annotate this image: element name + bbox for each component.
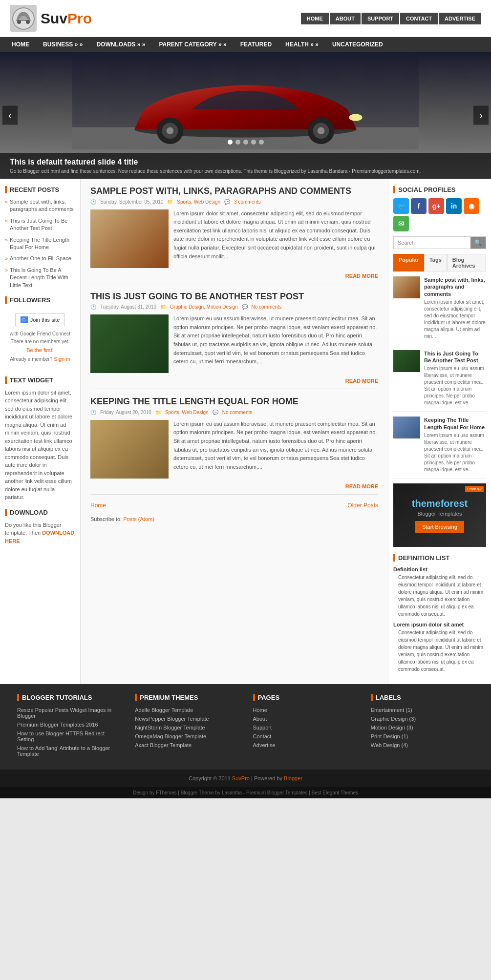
post-comments-link[interactable]: No comments (252, 304, 282, 310)
footer-link[interactable]: Axact Blogger Template (135, 742, 238, 748)
footer-widgets: BLOGGER TUTORIALSResize Popular Posts Wi… (0, 684, 491, 770)
footer-link[interactable]: Home (253, 707, 356, 713)
recent-post-link[interactable]: This is Just Going To Be Another Test Po… (10, 218, 67, 231)
ad-banner[interactable]: From $2 themeforest Blogger Templates St… (393, 483, 486, 547)
read-more-link[interactable]: READ MORE (90, 483, 378, 495)
post-date-icon: 🕐 (90, 199, 96, 205)
twitter-icon[interactable]: 🐦 (393, 198, 409, 214)
tab-tags[interactable]: Tags (424, 254, 447, 271)
sidebar-right: SOCIAL PROFILES 🐦 f g+ in ◉ ✉ 🔍 Popular … (388, 179, 491, 684)
slider-dot-1[interactable] (228, 140, 233, 145)
recent-post-link[interactable]: Keeping The Title Length Equal For Home (10, 237, 69, 250)
svg-point-11 (318, 127, 325, 135)
category-link[interactable]: Web Design (182, 410, 208, 415)
footer-link[interactable]: About (253, 716, 356, 722)
main-nav-item-health[interactable]: HEALTH » (278, 37, 325, 52)
top-nav-item-support[interactable]: SUPPORT (362, 13, 399, 24)
footer-design-credits: Design by FThemes | Blogger Theme by Las… (0, 787, 491, 798)
email-icon[interactable]: ✉ (393, 216, 409, 231)
search-button[interactable]: 🔍 (470, 237, 486, 249)
popular-post-item: Keeping The Title Length Equal For Home … (393, 417, 486, 479)
slider-dot-3[interactable] (243, 140, 248, 145)
post-post1: SAMPLE POST WITH, LINKS, PARAGRAPHS AND … (90, 186, 378, 284)
footer-link[interactable]: Resize Popular Posts Widget Images in Bl… (17, 707, 120, 719)
text-widget-title: TEXT WIDGET (5, 376, 75, 384)
home-link[interactable]: Home (90, 502, 106, 509)
footer-link[interactable]: Print Design (1) (371, 733, 474, 739)
slider-dot-2[interactable] (235, 140, 240, 145)
ad-start-browsing-button[interactable]: Start Browsing (415, 521, 464, 533)
be-first-link[interactable]: Be the first! (26, 347, 54, 353)
recent-post-link[interactable]: Another One to Fill Space (10, 255, 71, 261)
category-link[interactable]: Graphic Design (170, 304, 204, 310)
ad-banner-content: themeforest Blogger Templates Start Brow… (412, 498, 468, 533)
footer-link[interactable]: Entertainment (1) (371, 707, 474, 713)
footer-link[interactable]: NewsPepper Blogger Template (135, 716, 238, 722)
post-thumbnail (90, 420, 169, 479)
gfc-label: G (21, 316, 28, 323)
slider-prev-button[interactable]: ‹ (2, 106, 18, 125)
join-label: Join this site (30, 317, 60, 323)
sign-in-link[interactable]: Sign in (54, 356, 70, 362)
main-nav-item-home[interactable]: HOME (5, 37, 36, 52)
read-more-link[interactable]: READ MORE (90, 273, 378, 284)
post-comments-link[interactable]: No comments (222, 410, 253, 415)
logo-text: SuvPro (41, 10, 92, 27)
recent-post-item: This Is Going To Be A Decent Length Titl… (5, 267, 75, 289)
footer-link[interactable]: NightStorm Blogger Template (135, 725, 238, 730)
category-link[interactable]: Motion Design (207, 304, 238, 310)
recent-post-link[interactable]: Sample post with, links, paragraphs and … (10, 199, 74, 212)
popular-post-thumbnail (393, 350, 420, 372)
posts-atom-link[interactable]: Posts (Atom) (123, 516, 154, 522)
googleplus-icon[interactable]: g+ (428, 198, 444, 214)
slider-dot-4[interactable] (251, 140, 256, 145)
footer-link[interactable]: Support (253, 725, 356, 730)
main-nav-item-uncategorized[interactable]: UNCATEGORIZED (325, 37, 390, 52)
followers-widget: G Join this site with Google Friend Conn… (5, 309, 75, 369)
main-nav-item-featured[interactable]: FEATURED (234, 37, 278, 52)
tab-popular[interactable]: Popular (393, 254, 424, 271)
slider-dot-5[interactable] (259, 140, 264, 145)
footer-link[interactable]: Motion Design (3) (371, 725, 474, 730)
top-nav-item-about[interactable]: ABOUT (330, 13, 361, 24)
footer-link[interactable]: Adelle Blogger Template (135, 707, 238, 713)
slider-next-button[interactable]: › (473, 106, 489, 125)
search-input[interactable] (394, 237, 470, 249)
post-comment-icon: 💬 (213, 410, 218, 415)
top-navigation: HOMEABOUTSUPPORTCONTACTADVERTISE (301, 13, 481, 24)
footer-link[interactable]: Advertise (253, 742, 356, 748)
footer-link[interactable]: Graphic Design (3) (371, 716, 474, 722)
rss-icon[interactable]: ◉ (464, 198, 479, 214)
gfc-subtext: with Google Friend Connect (5, 331, 75, 336)
footer-link[interactable]: Web Design (4) (371, 742, 474, 748)
linkedin-icon[interactable]: in (446, 198, 462, 214)
blogger-link[interactable]: Blogger (284, 775, 302, 781)
main-nav-item-business[interactable]: BUSINESS » (36, 37, 89, 52)
popular-post-excerpt: Lorem ipsum eu usu assum liberavisse, ut… (424, 432, 486, 473)
site-name-link[interactable]: SuvPro (232, 775, 250, 781)
footer-link[interactable]: Contact (253, 733, 356, 739)
category-link[interactable]: Sports (177, 199, 191, 205)
tab-blog-archives[interactable]: Blog Archives (447, 254, 486, 271)
featured-slider: ‹ › This is default featured slide 4 tit… (0, 52, 491, 179)
top-nav-item-contact[interactable]: CONTACT (400, 13, 438, 24)
tabs-bar: Popular Tags Blog Archives (393, 254, 486, 271)
read-more-link[interactable]: READ MORE (90, 378, 378, 389)
join-site-button[interactable]: G Join this site (15, 313, 65, 326)
facebook-icon[interactable]: f (411, 198, 427, 214)
top-nav-item-advertise[interactable]: ADVERTISE (439, 13, 481, 24)
post-comments-link[interactable]: 3 comments (234, 199, 260, 205)
post-categories: Sports, Web Design (177, 199, 220, 205)
category-link[interactable]: Web Design (194, 199, 220, 205)
recent-post-link[interactable]: This Is Going To Be A Decent Length Titl… (10, 267, 68, 288)
popular-post-content: Keeping The Title Length Equal For Home … (424, 417, 486, 473)
main-nav-item-downloads[interactable]: DOWNLOADS » (89, 37, 152, 52)
footer-link[interactable]: OmegaMag Blogger Template (135, 733, 238, 739)
older-posts-link[interactable]: Older Posts (347, 502, 378, 509)
main-nav-item-parent-category[interactable]: PARENT CATEGORY » (152, 37, 233, 52)
footer-link[interactable]: Premium Blogger Templates 2016 (17, 722, 120, 728)
category-link[interactable]: Sports (165, 410, 179, 415)
footer-link[interactable]: How to Add 'lang' Attribute to a Blogger… (17, 745, 120, 757)
top-nav-item-home[interactable]: HOME (301, 13, 329, 24)
footer-link[interactable]: How to use Blogger HTTPS Redirect Settin… (17, 730, 120, 742)
